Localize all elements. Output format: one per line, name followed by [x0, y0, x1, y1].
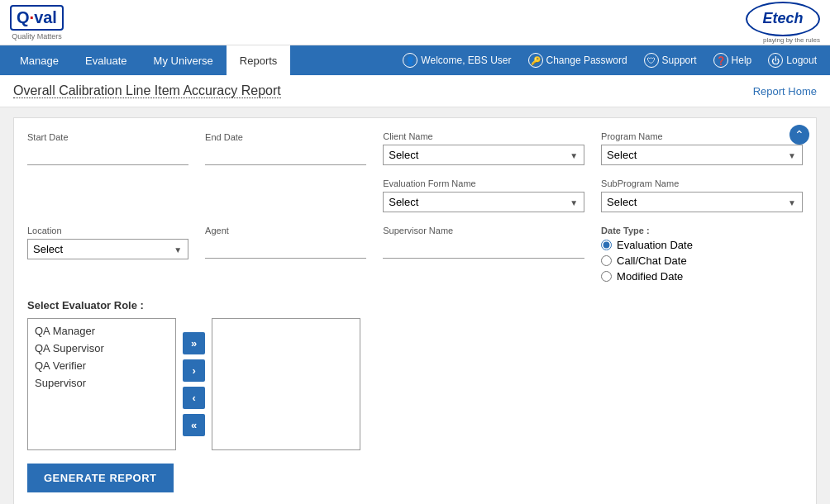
logout-icon: ⏻ [768, 53, 783, 68]
radio-modified-date-input[interactable] [601, 271, 612, 282]
key-icon: 🔑 [528, 53, 543, 68]
transfer-buttons: » › ‹ « [183, 332, 205, 436]
eval-form-group: Evaluation Form Name Select [383, 178, 584, 212]
program-name-label: Program Name [601, 131, 803, 141]
eval-form-select[interactable]: Select [383, 192, 584, 212]
list-item[interactable]: Supervisor [28, 374, 175, 392]
start-date-label: Start Date [27, 132, 188, 142]
nav-change-password[interactable]: 🔑 Change Password [522, 53, 634, 68]
supervisor-input[interactable] [383, 239, 584, 259]
nav-support[interactable]: 🛡 Support [637, 53, 704, 68]
nav-welcome: 👤 Welcome, EBS User [396, 53, 518, 68]
subprogram-select-wrapper: Select [601, 192, 803, 212]
supervisor-label: Supervisor Name [383, 226, 584, 235]
nav-reports[interactable]: Reports [227, 45, 291, 75]
list-item[interactable]: QA Verifier [28, 357, 175, 374]
agent-group: Agent [205, 226, 366, 259]
radio-callchat-date: Call/Chat Date [601, 254, 803, 267]
etech-tagline: playing by the rules [763, 36, 820, 44]
left-list-box[interactable]: QA Manager QA Supervisor QA Verifier Sup… [27, 318, 176, 450]
generate-report-button[interactable]: GENERATE REPORT [27, 464, 174, 492]
location-label: Location [27, 226, 188, 235]
client-name-select[interactable]: Select [383, 145, 584, 165]
support-icon: 🛡 [644, 53, 659, 68]
program-name-select[interactable]: Select [601, 145, 803, 165]
user-icon: 👤 [403, 53, 417, 68]
program-name-group: Program Name Select [601, 131, 803, 165]
location-select[interactable]: Select [27, 239, 188, 259]
form-row-2: Evaluation Form Name Select SubProgram N… [27, 178, 803, 212]
start-date-group: Start Date [27, 132, 188, 165]
radio-modified-date-label: Modified Date [617, 270, 683, 283]
location-select-wrapper: Select [27, 239, 188, 259]
radio-evaluation-date-label: Evaluation Date [617, 239, 693, 251]
transfer-one-right-button[interactable]: › [183, 359, 205, 382]
date-type-label: Date Type : [601, 226, 803, 235]
page-title: Overall Calibration Line Item Accuracy R… [13, 83, 281, 98]
location-group: Location Select [27, 226, 188, 259]
start-date-input[interactable] [27, 145, 188, 165]
agent-input[interactable] [205, 239, 366, 259]
radio-modified-date: Modified Date [601, 270, 803, 283]
eval-form-label: Evaluation Form Name [383, 178, 584, 188]
transfer-all-left-button[interactable]: « [183, 414, 205, 436]
program-name-select-wrapper: Select [601, 145, 803, 165]
top-header: Q · val Quality Matters Etech playing by… [0, 0, 830, 45]
list-item[interactable]: QA Supervisor [28, 340, 175, 357]
nav-right: 👤 Welcome, EBS User 🔑 Change Password 🛡 … [396, 53, 823, 68]
evaluator-section: Select Evaluator Role : QA Manager QA Su… [27, 299, 803, 450]
form-row-3: Location Select Agent Supervisor Name Da… [27, 226, 803, 286]
list-item[interactable]: QA Manager [28, 322, 175, 340]
nav-manage[interactable]: Manage [7, 45, 72, 75]
date-type-group: Date Type : Evaluation Date Call/Chat Da… [601, 226, 803, 286]
radio-evaluation-date-input[interactable] [601, 240, 612, 250]
client-name-select-wrapper: Select [383, 145, 584, 165]
nav-evaluate[interactable]: Evaluate [72, 45, 141, 75]
collapse-button[interactable]: ⌃ [789, 125, 809, 145]
end-date-group: End Date [205, 132, 366, 165]
evaluator-role-label: Select Evaluator Role : [27, 299, 803, 311]
nav-my-universe[interactable]: My Universe [141, 45, 227, 75]
etech-logo: Etech playing by the rules [746, 2, 820, 44]
qval-logo: Q · val Quality Matters [10, 5, 64, 40]
subprogram-select[interactable]: Select [601, 192, 803, 212]
logo-subtitle: Quality Matters [12, 32, 62, 40]
client-name-group: Client Name Select [383, 131, 584, 165]
page-title-bar: Overall Calibration Line Item Accuracy R… [0, 75, 830, 107]
main-content: ⌃ Start Date End Date Client Name Select [0, 107, 830, 504]
evaluator-row: QA Manager QA Supervisor QA Verifier Sup… [27, 318, 803, 450]
subprogram-group: SubProgram Name Select [601, 178, 803, 212]
logo-area: Q · val Quality Matters [10, 5, 64, 40]
eval-form-select-wrapper: Select [383, 192, 584, 212]
supervisor-group: Supervisor Name [383, 226, 584, 259]
etech-name: Etech [762, 10, 803, 27]
nav-help[interactable]: ❓ Help [707, 53, 759, 68]
form-card: ⌃ Start Date End Date Client Name Select [13, 117, 817, 504]
right-list-box[interactable] [212, 318, 360, 450]
end-date-label: End Date [205, 132, 366, 142]
nav-bar: Manage Evaluate My Universe Reports 👤 We… [0, 45, 830, 75]
client-name-label: Client Name [383, 131, 584, 141]
radio-evaluation-date: Evaluation Date [601, 239, 803, 251]
form-row-1: Start Date End Date Client Name Select P… [27, 131, 803, 165]
radio-callchat-date-input[interactable] [601, 255, 612, 266]
end-date-input[interactable] [205, 145, 366, 165]
transfer-all-right-button[interactable]: » [183, 332, 205, 354]
agent-label: Agent [205, 226, 366, 235]
transfer-one-left-button[interactable]: ‹ [183, 387, 205, 409]
help-icon: ❓ [713, 53, 728, 68]
radio-callchat-date-label: Call/Chat Date [617, 254, 687, 267]
nav-logout[interactable]: ⏻ Logout [761, 53, 823, 68]
subprogram-label: SubProgram Name [601, 178, 803, 188]
report-home-link[interactable]: Report Home [753, 85, 817, 97]
